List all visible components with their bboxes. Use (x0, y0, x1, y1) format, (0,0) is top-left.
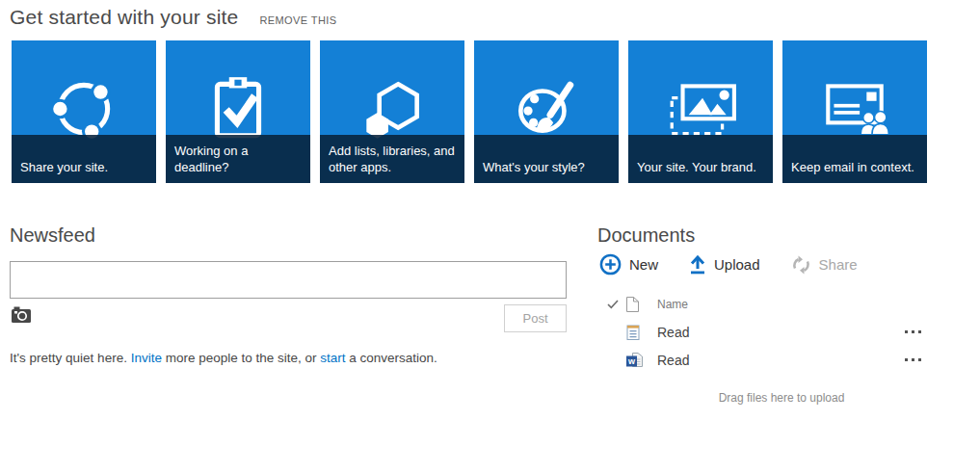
quiet-text-2: more people to the site, or (162, 351, 320, 365)
document-row-read-word[interactable]: w Read (597, 346, 935, 374)
document-type-icon (626, 297, 657, 312)
documents-title: Documents (597, 224, 695, 247)
tile-caption: What's your style? (474, 135, 619, 183)
post-button[interactable]: Post (504, 304, 567, 332)
document-name-link[interactable]: Read (657, 325, 689, 340)
tile-caption: Share your site. (12, 135, 156, 183)
newsfeed-composer-input[interactable] (10, 261, 567, 299)
document-name-link[interactable]: Read (657, 353, 689, 368)
tile-caption: Your site. Your brand. (628, 135, 773, 183)
svg-text:w: w (627, 356, 636, 366)
newsfeed-title: Newsfeed (10, 224, 95, 247)
upload-document-button[interactable]: Upload (689, 255, 760, 275)
remove-this-link[interactable]: REMOVE THIS (259, 14, 336, 26)
new-button-label: New (629, 256, 658, 273)
tile-caption: Working on a deadline? (166, 135, 310, 183)
tile-whats-your-style[interactable]: What's your style? (474, 40, 619, 183)
ellipsis-icon[interactable] (905, 358, 935, 361)
upload-arrow-icon (689, 255, 706, 275)
upload-button-label: Upload (714, 256, 760, 273)
document-row-read-notebook[interactable]: Read (597, 318, 935, 346)
start-conversation-link[interactable]: start (320, 351, 345, 365)
quiet-text-3: a conversation. (346, 351, 437, 365)
new-document-button[interactable]: New (599, 253, 658, 276)
share-document-button[interactable]: Share (791, 255, 858, 275)
drag-files-hint: Drag files here to upload (597, 391, 966, 405)
tile-caption: Add lists, libraries, and other apps. (320, 135, 464, 183)
share-sync-icon (791, 255, 811, 275)
tile-working-on-deadline[interactable]: Working on a deadline? (166, 40, 310, 183)
tile-caption: Keep email in context. (782, 135, 927, 183)
documents-table: Name Read (597, 290, 935, 374)
quiet-text-1: It's pretty quiet here. (10, 351, 131, 365)
documents-toolbar: New Upload Share (599, 253, 858, 276)
get-started-tiles: Share your site. Working on a deadline? … (12, 40, 927, 183)
notebook-icon (626, 324, 657, 340)
page-title: Get started with your site (10, 6, 238, 29)
plus-circle-icon (599, 253, 622, 276)
invite-link[interactable]: Invite (131, 351, 162, 365)
page-header: Get started with your site REMOVE THIS (10, 6, 336, 29)
tile-keep-email-in-context[interactable]: Keep email in context. (782, 40, 927, 183)
name-column-header[interactable]: Name (657, 298, 688, 311)
tile-share-your-site[interactable]: Share your site. (12, 40, 156, 183)
newsfeed-empty-message: It's pretty quiet here. Invite more peop… (10, 351, 437, 365)
tile-your-site-your-brand[interactable]: Your site. Your brand. (628, 40, 773, 183)
attach-photo-button[interactable] (12, 306, 31, 323)
ellipsis-icon[interactable] (905, 330, 935, 333)
camera-icon (12, 306, 31, 323)
get-started-page: Get started with your site REMOVE THIS S… (0, 0, 980, 473)
documents-table-header: Name (597, 290, 935, 318)
word-document-icon: w (626, 353, 657, 368)
share-button-label: Share (819, 256, 858, 273)
select-all-check-icon[interactable] (597, 296, 626, 313)
tile-add-lists-libraries-apps[interactable]: Add lists, libraries, and other apps. (320, 40, 464, 183)
